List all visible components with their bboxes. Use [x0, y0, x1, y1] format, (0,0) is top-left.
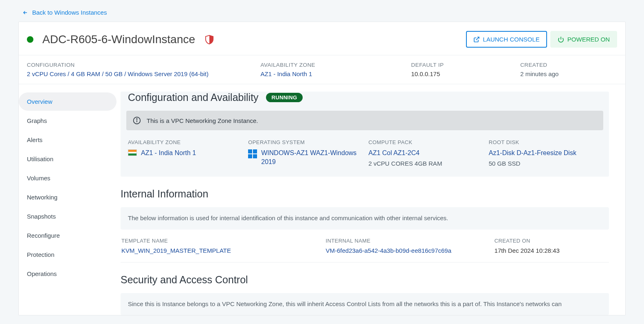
internal-name-label: INTERNAL NAME [325, 238, 482, 244]
internal-note: The below information is used for intern… [121, 207, 609, 230]
vpc-info-text: This is a VPC Networking Zone Instance. [147, 117, 258, 124]
instance-title: ADC-R605-6-WindowInstance [42, 33, 195, 46]
detail-disk-label: ROOT DISK [489, 139, 602, 145]
shield-icon [205, 35, 214, 44]
security-section: Security and Access Control Since this i… [121, 274, 609, 315]
summary-ip-label: DEFAULT IP [411, 62, 508, 68]
detail-disk-value[interactable]: Az1-Disk D-Az1-Freesize Disk [489, 149, 576, 158]
summary-created-value: 2 minutes ago [520, 70, 617, 77]
vpc-info-bar: This is a VPC Networking Zone Instance. [126, 111, 603, 130]
internal-section: Internal Information The below informati… [121, 188, 609, 263]
config-panel: Configuration and Availability RUNNING T… [121, 92, 609, 177]
detail-os-value[interactable]: WINDOWS-AZ1 WAZ1-Windows 2019 [261, 149, 361, 167]
detail-disk-sub: 50 GB SSD [489, 160, 602, 167]
config-panel-title: Configuration and Availability [128, 92, 259, 103]
back-link[interactable]: Back to Windows Instances [22, 9, 107, 16]
arrow-left-icon [22, 10, 28, 15]
svg-point-2 [136, 118, 137, 119]
sidebar-item-alerts[interactable]: Alerts [19, 131, 116, 149]
sidebar: Overview Graphs Alerts Utilisation Volum… [19, 92, 116, 315]
power-icon [558, 36, 564, 43]
power-status-label: POWERED ON [567, 36, 610, 43]
sidebar-item-operations[interactable]: Operations [19, 265, 116, 283]
sidebar-item-snapshots[interactable]: Snapshots [19, 207, 116, 225]
detail-az-label: AVAILABILITY ZONE [128, 139, 241, 145]
india-flag-icon [128, 149, 137, 156]
detail-pack-label: COMPUTE PACK [369, 139, 481, 145]
sidebar-item-graphs[interactable]: Graphs [19, 112, 116, 130]
instance-header: ADC-R605-6-WindowInstance LAUNCH CONSOLE… [19, 22, 625, 55]
back-label: Back to Windows Instances [32, 9, 107, 16]
created-on-label: CREATED ON [495, 238, 608, 244]
template-value[interactable]: KVM_WIN_2019_MASTER_TEMPLATE [121, 247, 313, 254]
status-dot-icon [27, 36, 33, 43]
sidebar-item-reconfigure[interactable]: Reconfigure [19, 226, 116, 245]
detail-os-label: OPERATING SYSTEM [248, 139, 361, 145]
security-title: Security and Access Control [121, 274, 609, 286]
detail-az-value[interactable]: AZ1 - India North 1 [141, 149, 196, 158]
summary-az-value[interactable]: AZ1 - India North 1 [261, 70, 399, 77]
summary-config-value[interactable]: 2 vCPU Cores / 4 GB RAM / 50 GB / Window… [27, 70, 248, 77]
launch-console-label: LAUNCH CONSOLE [483, 36, 540, 43]
launch-console-button[interactable]: LAUNCH CONSOLE [466, 31, 547, 48]
internal-title: Internal Information [121, 188, 609, 200]
summary-az-label: AVAILABILITY ZONE [261, 62, 399, 68]
sidebar-item-volumes[interactable]: Volumes [19, 169, 116, 187]
sidebar-item-protection[interactable]: Protection [19, 245, 116, 264]
external-link-icon [473, 36, 480, 43]
internal-name-value[interactable]: VM-6fed23a6-a542-4a3b-b09d-ee816c97c69a [325, 247, 482, 254]
detail-pack-value[interactable]: AZ1 Col AZ1-2C4 [369, 149, 420, 158]
sidebar-item-networking[interactable]: Networking [19, 188, 116, 206]
created-on-value: 17th Dec 2024 10:28:43 [495, 247, 608, 254]
summary-created-label: CREATED [520, 62, 617, 68]
summary-row: CONFIGURATION 2 vCPU Cores / 4 GB RAM / … [19, 55, 625, 84]
summary-ip-value: 10.0.0.175 [411, 70, 508, 77]
running-badge: RUNNING [266, 93, 303, 102]
template-label: TEMPLATE NAME [121, 238, 313, 244]
summary-config-label: CONFIGURATION [27, 62, 248, 68]
detail-pack-sub: 2 vCPU CORES 4GB RAM [369, 160, 481, 167]
security-note: Since this is Instance belongs to a VPC … [121, 293, 609, 315]
power-status-button[interactable]: POWERED ON [550, 31, 617, 48]
sidebar-item-overview[interactable]: Overview [19, 92, 116, 111]
info-icon [133, 116, 141, 125]
sidebar-item-utilisation[interactable]: Utilisation [19, 150, 116, 168]
windows-icon [248, 149, 257, 158]
